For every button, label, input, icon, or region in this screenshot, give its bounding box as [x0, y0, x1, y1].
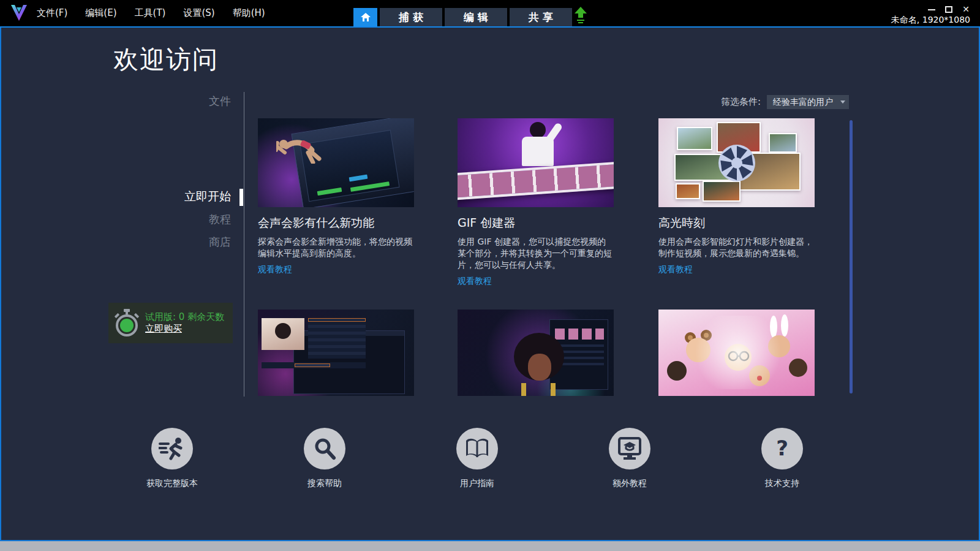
- book-icon: [464, 438, 490, 460]
- subtitle-rows-art: [308, 318, 366, 359]
- person-art: [521, 383, 526, 396]
- shortcut-label: 搜索帮助: [282, 478, 368, 489]
- welcome-screen: 欢迎访问 文件 立即开始 教程 商店 试用版: 0 剩余天数 立即购买 筛选条件…: [0, 28, 980, 541]
- card-gif-creator: GIF 创建器 使用 GIF 创建器，您可以捕捉您视频的某个部分，并将其转换为一…: [458, 118, 614, 287]
- sidebar-divider: [244, 92, 244, 397]
- dancer-art: [530, 122, 546, 138]
- shortcut-user-guide[interactable]: 用户指南: [434, 428, 520, 489]
- menu-item-help[interactable]: 帮助(H): [233, 7, 265, 19]
- project-label: 未命名, 1920*1080: [891, 15, 970, 26]
- tab-capture[interactable]: 捕获: [380, 8, 442, 26]
- sidebar-item-tutorials[interactable]: 教程: [1, 212, 231, 227]
- collage-photo: [677, 127, 712, 150]
- menu-item-settings[interactable]: 设置(S): [183, 7, 214, 19]
- menu-item-edit[interactable]: 编辑(E): [85, 7, 116, 19]
- sidebar-item-store[interactable]: 商店: [1, 235, 231, 249]
- shortcut-label: 获取完整版本: [129, 478, 215, 489]
- shortcut-label: 用户指南: [434, 478, 520, 489]
- shortcut-label: 额外教程: [587, 478, 673, 489]
- tab-share[interactable]: 共享: [510, 8, 572, 26]
- tab-home[interactable]: [353, 8, 377, 26]
- maximize-button[interactable]: [944, 6, 953, 13]
- card-title: 会声会影有什么新功能: [258, 215, 414, 231]
- thumbnail-highlight-reel[interactable]: [658, 118, 815, 207]
- card-bottom-left: [258, 310, 414, 396]
- question-icon: ?: [770, 436, 794, 461]
- aperture-icon: [718, 144, 756, 182]
- video-preview-art: [262, 318, 304, 350]
- watch-tutorial-link[interactable]: 观看教程: [458, 276, 492, 287]
- active-item-marker: [239, 189, 243, 206]
- card-description: 使用 GIF 创建器，您可以捕捉您视频的某个部分，并将其转换为一个可重复的短片，…: [458, 236, 614, 271]
- search-icon: [312, 436, 337, 461]
- green-up-arrow-icon[interactable]: [575, 7, 587, 23]
- sidebar-item-get-started[interactable]: 立即开始: [1, 189, 231, 205]
- buy-now-link[interactable]: 立即购买: [145, 324, 182, 334]
- shortcut-tech-support[interactable]: ? 技术支持: [739, 428, 825, 489]
- card-bottom-right: [658, 310, 815, 396]
- tutorial-monitor-icon: [617, 437, 642, 460]
- trial-box: 试用版: 0 剩余天数 立即购买: [108, 303, 233, 343]
- sidebar-item-files[interactable]: 文件: [1, 94, 231, 108]
- timeline-segment-art: [295, 363, 330, 367]
- shortcut-extra-tutorials[interactable]: 额外教程: [587, 428, 673, 489]
- watch-tutorial-link[interactable]: 观看教程: [658, 264, 693, 275]
- dancer-art: [522, 137, 554, 166]
- collage-photo: [703, 181, 741, 202]
- shortcut-get-full-version[interactable]: 获取完整版本: [129, 428, 215, 489]
- window-controls: ✕: [927, 6, 970, 13]
- thumbnail-face-effects[interactable]: [458, 310, 614, 396]
- card-title: GIF 创建器: [458, 215, 614, 231]
- white-glow: [689, 316, 787, 389]
- svg-text:?: ?: [776, 436, 788, 460]
- card-description: 使用会声会影智能幻灯片和影片创建器，制作短视频，展示您最新的奇遇集锦。: [658, 236, 815, 259]
- person-art: [551, 383, 556, 396]
- person-art: [528, 354, 551, 381]
- minimize-button[interactable]: [927, 6, 936, 13]
- thumbnail-face-filters[interactable]: [658, 310, 815, 396]
- card-description: 探索会声会影全新增强功能，将您的视频编辑水平提高到新的高度。: [258, 236, 414, 259]
- collage-photo: [676, 183, 700, 199]
- stopwatch-icon: [115, 309, 139, 337]
- card-highlight-reel: 高光時刻 使用会声会影智能幻灯片和影片创建器，制作短视频，展示您最新的奇遇集锦。…: [658, 118, 815, 275]
- card-whats-new: 会声会影有什么新功能 探索会声会影全新增强功能，将您的视频编辑水平提高到新的高度…: [258, 118, 414, 275]
- diving-person-art: [276, 132, 324, 164]
- watch-tutorial-link[interactable]: 观看教程: [258, 264, 292, 275]
- runner-icon: [159, 436, 186, 461]
- shortcut-label: 技术支持: [739, 478, 825, 489]
- thumbnail-subtitle-editor[interactable]: [258, 310, 414, 396]
- cards-scroll-area: 会声会影有什么新功能 探索会声会影全新增强功能，将您的视频编辑水平提高到新的高度…: [245, 92, 974, 396]
- collage-photo: [769, 133, 797, 153]
- taskbar-strip: [0, 541, 980, 551]
- titlebar: 文件(F) 编辑(E) 工具(T) 设置(S) 帮助(H) 捕获 编辑 共享 ✕: [0, 0, 980, 26]
- shortcut-search-help[interactable]: 搜索帮助: [282, 428, 368, 489]
- highlighted-row-art: [308, 318, 366, 322]
- trial-status-text: 试用版: 0 剩余天数: [145, 311, 224, 322]
- card-title: 高光時刻: [658, 215, 815, 231]
- scrollbar-thumb[interactable]: [850, 120, 853, 393]
- videostudio-v-logo: [9, 4, 29, 22]
- home-icon: [360, 12, 371, 22]
- videostudio-window: 文件(F) 编辑(E) 工具(T) 设置(S) 帮助(H) 捕获 编辑 共享 ✕: [0, 0, 980, 551]
- close-button[interactable]: ✕: [962, 6, 970, 13]
- filmstrip-art: [458, 161, 614, 200]
- menubar: 文件(F) 编辑(E) 工具(T) 设置(S) 帮助(H): [37, 0, 265, 26]
- page-title: 欢迎访问: [113, 43, 219, 77]
- card-bottom-middle: [458, 310, 614, 396]
- menu-item-file[interactable]: 文件(F): [37, 7, 67, 19]
- tab-edit[interactable]: 编辑: [445, 8, 507, 26]
- menu-item-tools[interactable]: 工具(T): [135, 7, 166, 19]
- thumbnail-gif-creator[interactable]: [458, 118, 614, 207]
- thumbnail-whats-new[interactable]: [258, 118, 414, 207]
- workspace-tabs: 捕获 编辑 共享: [353, 8, 572, 26]
